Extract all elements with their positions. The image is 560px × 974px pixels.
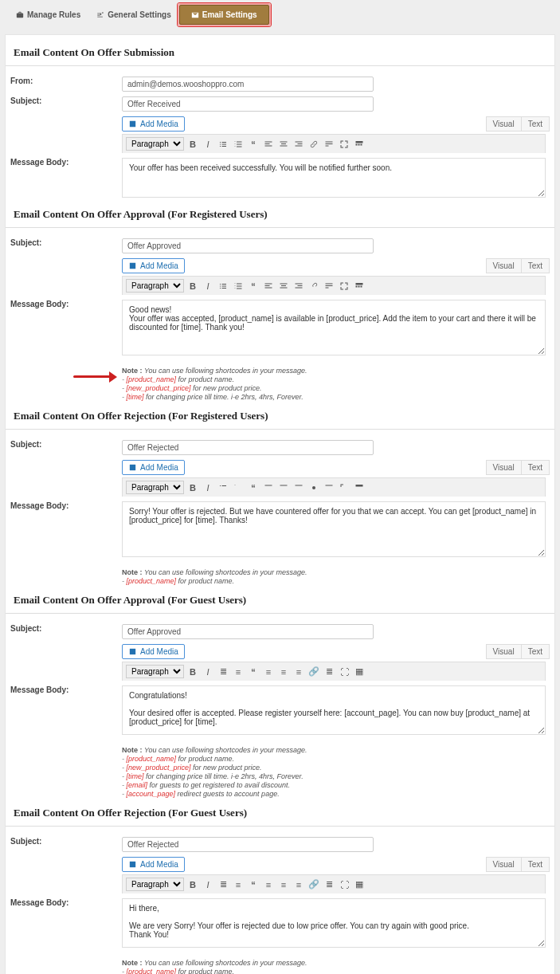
svg-rect-5: [356, 285, 358, 287]
insert-more-icon[interactable]: [323, 280, 335, 293]
number-list-icon[interactable]: [232, 280, 245, 293]
bullet-list-icon[interactable]: ≣: [217, 666, 229, 678]
quote-icon[interactable]: “: [247, 666, 260, 678]
fullscreen-icon[interactable]: ⛶: [338, 878, 350, 891]
number-list-icon[interactable]: ≡: [232, 666, 245, 678]
text-tab[interactable]: Text: [522, 116, 550, 132]
italic-icon[interactable]: I: [202, 481, 214, 494]
fullscreen-icon[interactable]: [338, 280, 350, 293]
visual-tab[interactable]: Visual: [486, 644, 522, 659]
align-left-icon[interactable]: ≡: [262, 666, 275, 678]
bold-icon[interactable]: B: [186, 481, 199, 494]
text-tab[interactable]: Text: [522, 857, 550, 872]
visual-tab[interactable]: Visual: [486, 857, 522, 872]
align-center-icon[interactable]: [277, 481, 290, 494]
toolbar-toggle-icon[interactable]: ▦: [353, 666, 366, 678]
align-left-icon[interactable]: ≡: [262, 878, 275, 891]
subject-input[interactable]: [122, 96, 374, 112]
paragraph-select[interactable]: Paragraph: [126, 279, 184, 293]
quote-icon[interactable]: “: [247, 138, 260, 151]
link-icon[interactable]: [307, 481, 320, 494]
section-title-submission: Email Content On Offer Submission: [6, 40, 554, 65]
message-body[interactable]: [122, 158, 546, 198]
align-center-icon[interactable]: ≡: [277, 878, 290, 891]
italic-icon[interactable]: I: [202, 878, 214, 891]
paragraph-select[interactable]: Paragraph: [126, 481, 184, 494]
align-right-icon[interactable]: [292, 280, 305, 293]
add-media-button[interactable]: Add Media: [122, 258, 185, 273]
align-right-icon[interactable]: ≡: [292, 666, 305, 678]
message-body[interactable]: [122, 898, 546, 948]
fullscreen-icon[interactable]: ⛶: [338, 666, 350, 678]
subject-input[interactable]: [122, 837, 374, 852]
number-list-icon[interactable]: ≡: [232, 878, 245, 891]
quote-icon[interactable]: “: [247, 481, 260, 494]
align-right-icon[interactable]: [292, 138, 305, 151]
bold-icon[interactable]: B: [186, 666, 199, 678]
align-right-icon[interactable]: [292, 481, 305, 494]
italic-icon[interactable]: I: [202, 666, 214, 678]
number-list-icon[interactable]: [232, 481, 245, 494]
add-media-button[interactable]: Add Media: [122, 460, 185, 475]
add-media-button[interactable]: Add Media: [122, 857, 185, 872]
align-left-icon[interactable]: [262, 138, 275, 151]
align-center-icon[interactable]: ≡: [277, 666, 290, 678]
editor-toolbar: Paragraph BI “: [122, 477, 546, 497]
quote-icon[interactable]: “: [247, 280, 260, 293]
quote-icon[interactable]: “: [247, 878, 260, 891]
paragraph-select[interactable]: Paragraph: [126, 137, 184, 151]
italic-icon[interactable]: I: [202, 280, 214, 293]
insert-more-icon[interactable]: ≣: [323, 878, 335, 891]
tab-email-settings[interactable]: Email Settings: [179, 5, 269, 25]
fullscreen-icon[interactable]: [338, 481, 350, 494]
bold-icon[interactable]: B: [186, 878, 199, 891]
number-list-icon[interactable]: [232, 138, 245, 151]
visual-tab[interactable]: Visual: [486, 258, 522, 273]
insert-more-icon[interactable]: [323, 138, 335, 151]
insert-more-icon[interactable]: [323, 481, 335, 494]
link-icon[interactable]: 🔗: [307, 878, 320, 891]
paragraph-select[interactable]: Paragraph: [126, 878, 184, 891]
align-left-icon[interactable]: [262, 280, 275, 293]
toolbar-toggle-icon[interactable]: ▦: [353, 878, 366, 891]
visual-tab[interactable]: Visual: [486, 460, 522, 475]
align-left-icon[interactable]: [262, 481, 275, 494]
fullscreen-icon[interactable]: [338, 138, 350, 151]
bullet-list-icon[interactable]: [217, 280, 229, 293]
link-icon[interactable]: 🔗: [307, 666, 320, 678]
subject-input[interactable]: [122, 624, 374, 639]
toolbar-toggle-icon[interactable]: [353, 138, 366, 151]
tab-general-settings[interactable]: General Settings: [88, 6, 178, 23]
align-center-icon[interactable]: [277, 138, 290, 151]
message-body[interactable]: [122, 501, 546, 557]
align-center-icon[interactable]: [277, 280, 290, 293]
text-tab[interactable]: Text: [522, 644, 550, 659]
toolbar-toggle-icon[interactable]: [353, 280, 366, 293]
subject-input[interactable]: [122, 440, 374, 455]
bullet-list-icon[interactable]: ≣: [217, 878, 229, 891]
tab-manage-rules[interactable]: Manage Rules: [8, 6, 88, 23]
subject-input[interactable]: [122, 238, 374, 253]
paragraph-select[interactable]: Paragraph: [126, 665, 184, 678]
bullet-list-icon[interactable]: [217, 138, 229, 151]
envelope-icon: [191, 11, 199, 19]
italic-icon[interactable]: I: [202, 138, 214, 151]
add-media-button[interactable]: Add Media: [122, 644, 185, 659]
insert-more-icon[interactable]: ≣: [323, 666, 335, 678]
text-tab[interactable]: Text: [522, 258, 550, 273]
media-icon: [128, 860, 137, 869]
align-right-icon[interactable]: ≡: [292, 878, 305, 891]
link-icon[interactable]: [307, 280, 320, 293]
bold-icon[interactable]: B: [186, 280, 199, 293]
text-tab[interactable]: Text: [522, 460, 550, 475]
bold-icon[interactable]: B: [186, 138, 199, 151]
message-body[interactable]: [122, 300, 546, 355]
link-icon[interactable]: [307, 138, 320, 151]
from-input[interactable]: [122, 77, 374, 92]
bullet-list-icon[interactable]: [217, 481, 229, 494]
add-media-button[interactable]: Add Media: [122, 116, 185, 132]
svg-rect-7: [361, 285, 362, 287]
visual-tab[interactable]: Visual: [486, 116, 522, 132]
toolbar-toggle-icon[interactable]: [353, 481, 366, 494]
message-body[interactable]: [122, 685, 546, 735]
